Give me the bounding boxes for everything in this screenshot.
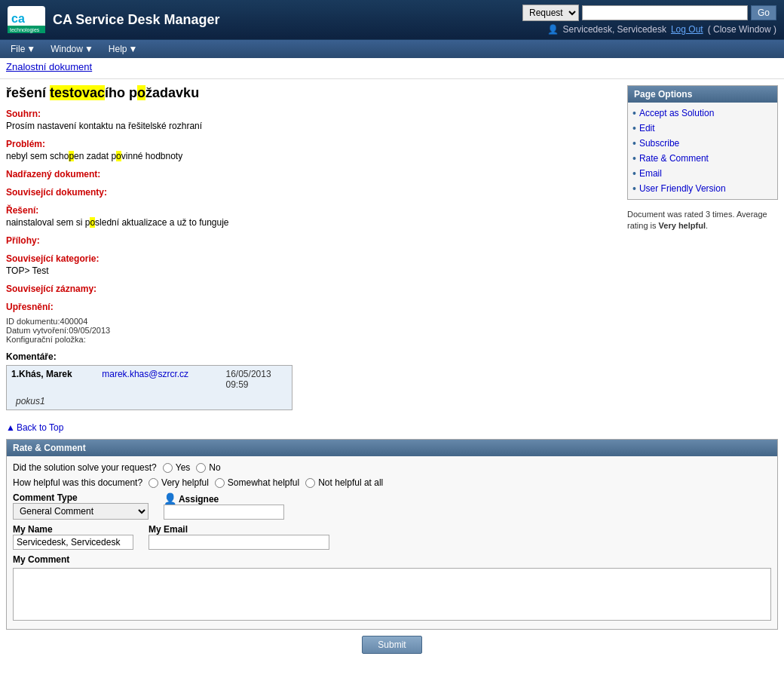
comments-section: Komentáře: 1.Khás, Marek marek.khas@szrc… [6,351,620,410]
solution-text-prefix: nainstaloval sem si p [6,217,90,228]
ca-logo: ca technologies [8,6,45,33]
window-label: Window [51,44,83,54]
problem-text: nebyl sem schopen zadat povinné hodbnoty [6,151,620,161]
my-comment-textarea[interactable] [13,568,771,621]
problem-text-prefix: nebyl sem scho [6,151,69,161]
yes-radio[interactable] [163,463,173,473]
file-label: File [11,44,25,54]
logout-link[interactable]: Log Out [671,24,703,35]
doc-title-highlight: testovac [50,85,105,100]
problem-highlight2: o [116,151,121,161]
summary-label: Souhrn: [6,109,620,119]
edit-link[interactable]: Edit [639,123,655,133]
table-row: 1.Khás, Marek marek.khas@szrcr.cz 16/05/… [7,366,292,394]
assignee-label: 👤 Assignee [164,492,284,505]
question1-label: Did the solution solve your request? [13,462,157,473]
my-email-label: My Email [149,524,329,535]
my-email-group: My Email [149,524,329,550]
somewhat-helpful-label: Somewhat helpful [228,477,299,488]
upres-date: Datum vytvoření:09/05/2013 [6,326,620,335]
related-category-value: TOP> Test [6,265,620,276]
no-radio[interactable] [196,463,206,473]
doc-title-suffix: žadavku [145,85,199,100]
related-docs-label: Související dokumenty: [6,187,620,198]
no-radio-group: No [196,462,220,473]
list-item: Subscribe [632,136,773,151]
go-button[interactable]: Go [751,5,776,20]
list-item: Email [632,166,773,181]
upres-doc-id: ID dokumentu:400004 [6,317,620,326]
accept-as-solution-link[interactable]: Accept as Solution [639,108,714,118]
close-window-link[interactable]: ( Close Window ) [708,24,776,35]
my-name-label: My Name [13,524,133,535]
user-icon: 👤 [547,24,559,35]
upres-config: Konfigurační položka: [6,335,620,344]
problem-label: Problém: [6,139,620,149]
header-left: ca technologies CA Service Desk Manager [8,6,219,33]
back-to-top-label: Back to Top [17,422,63,433]
attachments-label: Přílohy: [6,235,620,246]
my-name-group: My Name [13,524,133,550]
related-category-label: Související kategorie: [6,253,620,264]
comment-author: 1.Khás, Marek [7,366,98,394]
back-to-top[interactable]: ▲ Back to Top [6,422,778,433]
comment-email-cell: marek.khas@szrcr.cz [97,366,221,394]
submit-button[interactable]: Submit [362,636,421,654]
assignee-input[interactable] [164,505,284,520]
my-name-input[interactable] [13,535,133,550]
comment-type-group: Comment Type General Comment Bug Report … [13,492,149,520]
rate-comment-section: Rate & Comment Did the solution solve yo… [6,439,778,630]
app-title: CA Service Desk Manager [53,12,219,28]
help-chevron-icon: ▼ [129,44,138,54]
comment-type-select[interactable]: General Comment Bug Report Enhancement [13,503,149,520]
rate-comment-body: Did the solution solve your request? Yes… [7,456,777,629]
doc-area: řešení testovacího požadavku Souhrn: Pro… [6,85,620,410]
user-label: Servicedesk, Servicedesk [563,24,666,35]
list-item: Edit [632,121,773,136]
yes-label: Yes [176,462,191,473]
solution-text: nainstaloval sem si poslední aktualizace… [6,217,620,228]
file-menu-button[interactable]: File ▼ [5,41,41,57]
subscribe-link[interactable]: Subscribe [639,138,679,149]
list-item: User Friendly Version [632,181,773,196]
rate-comment-link[interactable]: Rate & Comment [639,153,709,164]
summary-text: Prosím nastavení kontaktu na řešitelské … [6,121,620,131]
comment-email-link[interactable]: marek.khas@szrcr.cz [102,369,188,379]
not-helpful-group: Not helpful at all [305,477,383,488]
solution-label: Řešení: [6,205,620,216]
no-label: No [209,462,220,473]
assignee-group: 👤 Assignee [164,492,284,520]
not-helpful-label: Not helpful at all [318,477,383,488]
search-type-select[interactable]: Request [522,5,579,21]
comments-table: 1.Khás, Marek marek.khas@szrcr.cz 16/05/… [6,365,292,410]
not-helpful-radio[interactable] [305,478,315,488]
yes-radio-group: Yes [163,462,191,473]
window-menu-button[interactable]: Window ▼ [44,41,100,57]
doc-title: řešení testovacího požadavku [6,85,620,101]
navbar: File ▼ Window ▼ Help ▼ [0,39,784,58]
my-email-input[interactable] [149,535,329,550]
parent-label: Nadřazený dokument: [6,169,620,179]
svg-text:technologies: technologies [10,27,40,33]
header: ca technologies CA Service Desk Manager … [0,0,784,39]
somewhat-helpful-radio[interactable] [215,478,225,488]
back-to-top-icon: ▲ [6,422,15,433]
list-item: Rate & Comment [632,151,773,166]
comment-text-cell: pokus1 [7,393,292,410]
breadcrumb-area: Znalostní dokument [0,58,784,79]
user-friendly-version-link[interactable]: User Friendly Version [639,183,726,194]
breadcrumb[interactable]: Znalostní dokument [6,61,778,72]
page-options-box: Page Options Accept as Solution Edit Sub… [627,85,778,200]
page-options-list: Accept as Solution Edit Subscribe Rate &… [628,103,777,199]
doc-title-prefix: řešení [6,85,50,100]
very-helpful-radio[interactable] [149,478,158,488]
problem-text-suffix: vinné hodbnoty [121,151,182,161]
doc-title-mid: ího p [105,85,137,100]
comment-date: 16/05/2013 09:59 [226,369,271,390]
very-helpful-label: Very helpful [161,477,209,488]
help-menu-button[interactable]: Help ▼ [103,41,144,57]
header-right: Request Go 👤 Servicedesk, Servicedesk Lo… [522,5,776,35]
email-link[interactable]: Email [639,168,662,179]
file-chevron-icon: ▼ [26,44,35,54]
search-input[interactable] [582,5,748,20]
